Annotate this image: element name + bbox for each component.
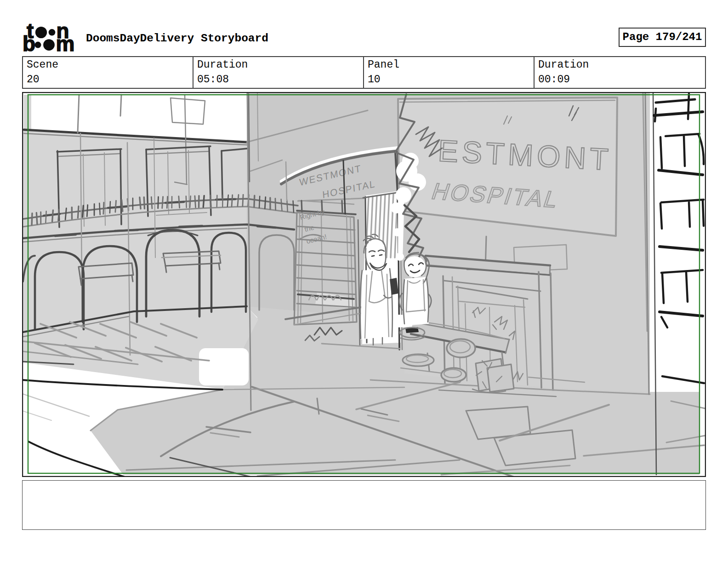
- svg-text:m: m: [56, 32, 75, 55]
- svg-text:b: b: [23, 32, 35, 55]
